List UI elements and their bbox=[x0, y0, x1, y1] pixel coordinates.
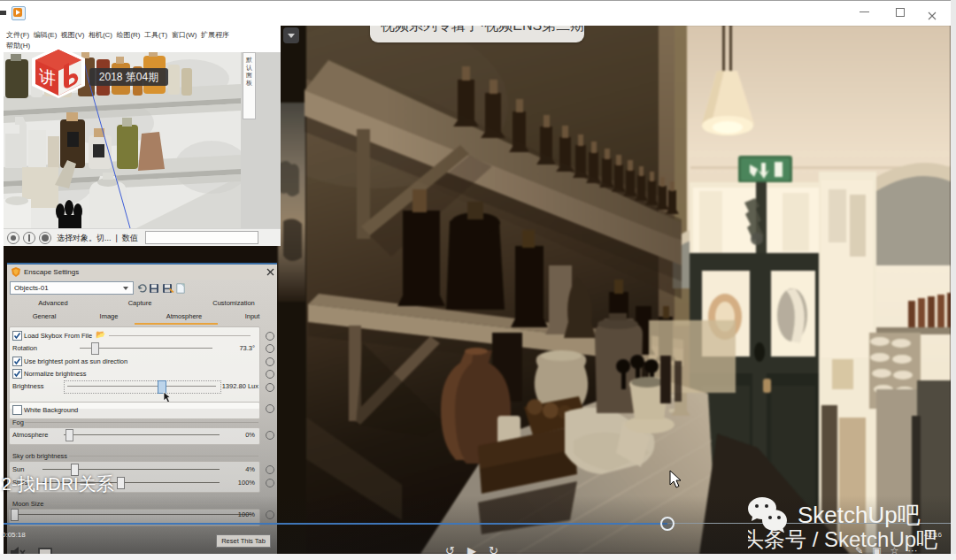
svg-text:SketchUp吧: SketchUp吧 bbox=[798, 502, 921, 528]
svg-text:头条号 / SketchUp吧: 头条号 / SketchUp吧 bbox=[748, 527, 937, 551]
svg-text:讲: 讲 bbox=[39, 66, 56, 88]
